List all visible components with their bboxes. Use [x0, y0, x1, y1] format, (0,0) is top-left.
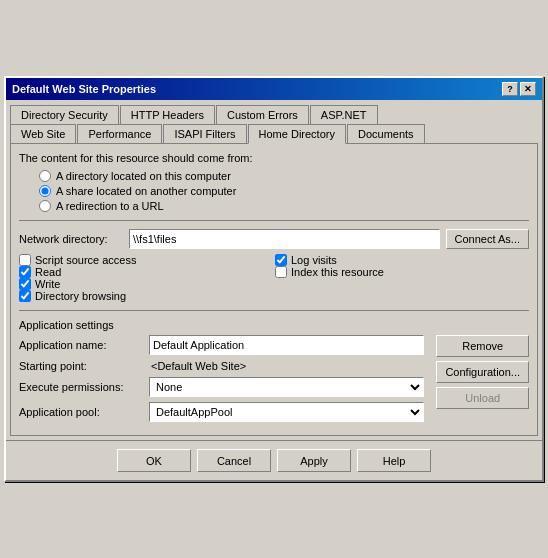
starting-point-label: Starting point: [19, 360, 149, 372]
tab-custom-errors[interactable]: Custom Errors [216, 105, 309, 124]
title-bar: Default Web Site Properties ? ✕ [6, 78, 542, 100]
network-directory-label: Network directory: [19, 233, 129, 245]
configuration-button[interactable]: Configuration... [436, 361, 529, 383]
checkbox-write-input[interactable] [19, 278, 31, 290]
divider-2 [19, 310, 529, 311]
radio-share[interactable] [39, 185, 51, 197]
source-label: The content for this resource should com… [19, 152, 529, 164]
tab-documents[interactable]: Documents [347, 124, 425, 144]
radio-redirect-label: A redirection to a URL [56, 200, 164, 212]
checkbox-read: Read [19, 266, 273, 278]
tab-web-site[interactable]: Web Site [10, 124, 76, 144]
help-bottom-button[interactable]: Help [357, 449, 431, 472]
apply-button[interactable]: Apply [277, 449, 351, 472]
checkbox-log-visits-label: Log visits [291, 254, 337, 266]
app-pool-label: Application pool: [19, 406, 149, 418]
right-btns: Remove Configuration... Unload [430, 335, 529, 427]
help-button[interactable]: ? [502, 82, 518, 96]
app-rows-with-btns: Application name: Starting point: <Defau… [19, 335, 529, 427]
main-window: Default Web Site Properties ? ✕ Director… [4, 76, 544, 482]
radio-redirect[interactable] [39, 200, 51, 212]
radio-local-label: A directory located on this computer [56, 170, 231, 182]
network-directory-input[interactable] [129, 229, 440, 249]
window-title: Default Web Site Properties [12, 83, 156, 95]
close-button[interactable]: ✕ [520, 82, 536, 96]
execute-permissions-label: Execute permissions: [19, 381, 149, 393]
tab-isapi-filters[interactable]: ISAPI Filters [163, 124, 246, 144]
checkbox-section: Script source access Read Write Director… [19, 254, 529, 302]
radio-item-local: A directory located on this computer [39, 170, 529, 182]
tab-row-1: Directory Security HTTP Headers Custom E… [10, 104, 538, 123]
checkbox-dir-browsing-label: Directory browsing [35, 290, 126, 302]
radio-item-redirect: A redirection to a URL [39, 200, 529, 212]
app-pool-select[interactable]: DefaultAppPool [149, 402, 424, 422]
tab-aspnet[interactable]: ASP.NET [310, 105, 378, 124]
checkbox-dir-browsing: Directory browsing [19, 290, 273, 302]
checkbox-script-source-input[interactable] [19, 254, 31, 266]
checkbox-write: Write [19, 278, 273, 290]
starting-point-row: Starting point: <Default Web Site> [19, 360, 424, 372]
checkbox-log-visits-input[interactable] [275, 254, 287, 266]
app-pool-row: Application pool: DefaultAppPool [19, 402, 424, 422]
checkbox-script-source-label: Script source access [35, 254, 136, 266]
tab-performance[interactable]: Performance [77, 124, 162, 144]
app-name-row: Application name: [19, 335, 424, 355]
ok-button[interactable]: OK [117, 449, 191, 472]
tab-row-2: Web Site Performance ISAPI Filters Home … [10, 123, 538, 143]
app-name-label: Application name: [19, 339, 149, 351]
execute-permissions-select[interactable]: None Scripts only Scripts and Executable… [149, 377, 424, 397]
app-name-input[interactable] [149, 335, 424, 355]
tab-http-headers[interactable]: HTTP Headers [120, 105, 215, 124]
checkbox-read-input[interactable] [19, 266, 31, 278]
execute-permissions-row: Execute permissions: None Scripts only S… [19, 377, 424, 397]
radio-item-share: A share located on another computer [39, 185, 529, 197]
app-settings-label: Application settings [19, 319, 529, 331]
network-directory-row: Network directory: Connect As... [19, 229, 529, 249]
checkbox-dir-browsing-input[interactable] [19, 290, 31, 302]
tab-bar: Directory Security HTTP Headers Custom E… [6, 100, 542, 143]
remove-button[interactable]: Remove [436, 335, 529, 357]
connect-as-button[interactable]: Connect As... [446, 229, 529, 249]
checkbox-log-visits: Log visits [275, 254, 529, 266]
cancel-button[interactable]: Cancel [197, 449, 271, 472]
starting-point-value: <Default Web Site> [149, 360, 424, 372]
checkbox-write-label: Write [35, 278, 60, 290]
radio-group: A directory located on this computer A s… [39, 170, 529, 212]
tab-directory-security[interactable]: Directory Security [10, 105, 119, 124]
bottom-bar: OK Cancel Apply Help [6, 440, 542, 480]
checkbox-read-label: Read [35, 266, 61, 278]
tab-content: The content for this resource should com… [10, 143, 538, 436]
app-rows: Application name: Starting point: <Defau… [19, 335, 424, 427]
title-bar-buttons: ? ✕ [502, 82, 536, 96]
tab-home-directory[interactable]: Home Directory [248, 124, 346, 144]
checkbox-index-resource-label: Index this resource [291, 266, 384, 278]
unload-button[interactable]: Unload [436, 387, 529, 409]
radio-share-label: A share located on another computer [56, 185, 236, 197]
checkbox-index-resource: Index this resource [275, 266, 529, 278]
checkbox-script-source: Script source access [19, 254, 273, 266]
radio-local[interactable] [39, 170, 51, 182]
checkbox-index-resource-input[interactable] [275, 266, 287, 278]
divider-1 [19, 220, 529, 221]
